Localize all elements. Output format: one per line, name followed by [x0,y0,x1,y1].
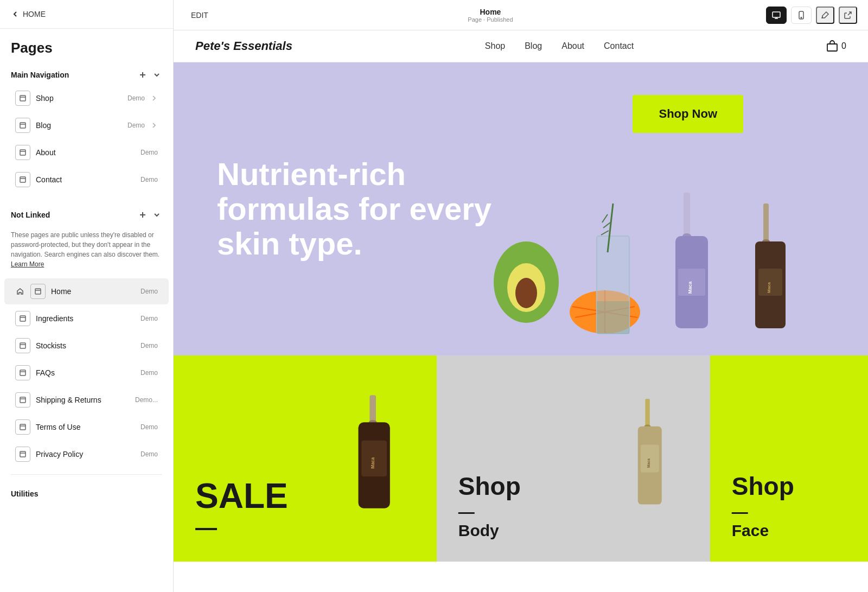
shop-body-sub: Body [458,521,573,540]
stockists-page-icon [15,338,30,353]
svg-rect-33 [597,301,629,334]
hero-section: Nutrient-rich formulas for every skin ty… [174,62,868,355]
svg-rect-11 [773,12,780,17]
svg-text:Maca: Maca [687,281,693,294]
shipping-label: Shipping & Returns [36,396,130,404]
ingredients-badge: Demo [141,315,158,322]
site-logo: Pete's Essentials [195,39,292,53]
svg-rect-2 [20,150,25,155]
panel-header: HOME [0,0,173,29]
ingredients-label: Ingredients [36,314,135,323]
svg-rect-46 [641,445,659,473]
shop-body-card: Shop — Body [437,355,595,562]
home-label: Home [51,287,135,296]
svg-text:Maca: Maca [370,457,375,469]
edit-button[interactable]: EDIT [184,8,215,23]
shop-face-sub: Face [732,521,846,540]
shop-face-card: Shop — Face [710,355,868,562]
privacy-badge: Demo [141,450,158,458]
not-linked-actions [137,209,162,220]
top-bar-center: Home Page · Published [468,8,513,23]
cart-count: 0 [841,41,846,51]
nav-item-privacy[interactable]: Privacy Policy Demo [4,441,169,467]
utilities-section: Utilities [0,481,173,503]
sale-title: SALE [195,479,288,513]
collapse-not-linked-button[interactable] [151,209,162,220]
privacy-page-icon [15,447,30,462]
nav-item-stockists[interactable]: Stockists Demo [4,333,169,359]
ingredients-page-icon [15,311,30,326]
nav-item-shop[interactable]: Shop Demo [4,85,169,111]
nav-item-faqs[interactable]: FAQs Demo [4,360,169,386]
svg-rect-0 [20,96,25,101]
svg-text:Maca: Maca [647,459,650,468]
home-badge: Demo [141,288,158,295]
terms-label: Terms of Use [36,423,135,431]
shop-now-button[interactable]: Shop Now [633,95,743,133]
shop-body-title: Shop [458,474,573,499]
shop-chevron-icon [150,94,158,102]
back-button[interactable]: HOME [11,10,46,18]
mobile-view-button[interactable] [791,7,812,24]
main-nav-actions [137,69,162,80]
collapse-main-nav-button[interactable] [151,69,162,80]
nav-item-terms[interactable]: Terms of Use Demo [4,414,169,440]
privacy-label: Privacy Policy [36,450,135,459]
not-linked-header: Not Linked [0,202,173,225]
shop-face-dash: — [732,503,846,521]
contact-page-icon [15,172,30,187]
site-nav-contact[interactable]: Contact [604,41,634,51]
blog-page-icon [15,118,30,133]
top-bar: EDIT Home Page · Published [174,0,868,30]
nav-item-blog[interactable]: Blog Demo [4,112,169,138]
site-cart[interactable]: 0 [826,40,846,52]
faqs-badge: Demo [141,369,158,377]
panel-divider [11,474,162,475]
home-indicator-icon [15,287,25,296]
nav-item-about[interactable]: About Demo [4,139,169,165]
website-preview: Pete's Essentials Shop Blog About Contac… [174,30,868,592]
product-bottle-card: Maca [321,355,437,562]
shipping-badge: Demo... [135,396,158,404]
product-dropper-card: Maca [595,355,710,562]
add-not-linked-button[interactable] [137,209,148,220]
external-link-button[interactable] [839,7,857,24]
shop-page-icon [15,91,30,106]
hero-text: Nutrient-rich formulas for every skin ty… [217,157,835,260]
desktop-view-button[interactable] [766,7,787,24]
site-nav-blog[interactable]: Blog [525,41,542,51]
page-status: Page · Published [468,16,513,23]
svg-rect-1 [20,123,25,128]
svg-rect-38 [370,395,376,422]
product-bottle-svg: Maca [352,393,406,524]
site-nav-shop[interactable]: Shop [485,41,505,51]
pages-title: Pages [0,29,173,62]
site-nav-links: Shop Blog About Contact [485,41,634,51]
svg-rect-4 [35,289,41,294]
main-area: EDIT Home Page · Published [174,0,868,592]
sale-card: SALE — [174,355,321,562]
top-bar-right [766,7,857,24]
paintbrush-button[interactable] [816,7,834,24]
svg-point-13 [801,17,802,18]
nav-item-shipping[interactable]: Shipping & Returns Demo... [4,387,169,413]
svg-rect-3 [20,177,25,182]
add-main-nav-button[interactable] [137,69,148,80]
shop-badge: Demo [127,94,145,102]
svg-rect-6 [20,343,25,348]
nav-item-home[interactable]: Home Demo [4,278,169,304]
hero-title: Nutrient-rich formulas for every skin ty… [217,157,532,260]
blog-badge: Demo [127,122,145,129]
learn-more-link[interactable]: Learn More [11,260,44,268]
terms-badge: Demo [141,423,158,431]
home-page-icon [30,284,46,299]
nav-item-contact[interactable]: Contact Demo [4,167,169,193]
preview-area: Pete's Essentials Shop Blog About Contac… [174,30,868,592]
nav-item-ingredients[interactable]: Ingredients Demo [4,305,169,332]
svg-rect-10 [20,451,25,457]
site-nav-about[interactable]: About [561,41,584,51]
page-name: Home [468,8,513,16]
site-navbar: Pete's Essentials Shop Blog About Contac… [174,30,868,62]
shop-label: Shop [36,94,122,103]
back-label: HOME [23,10,46,18]
